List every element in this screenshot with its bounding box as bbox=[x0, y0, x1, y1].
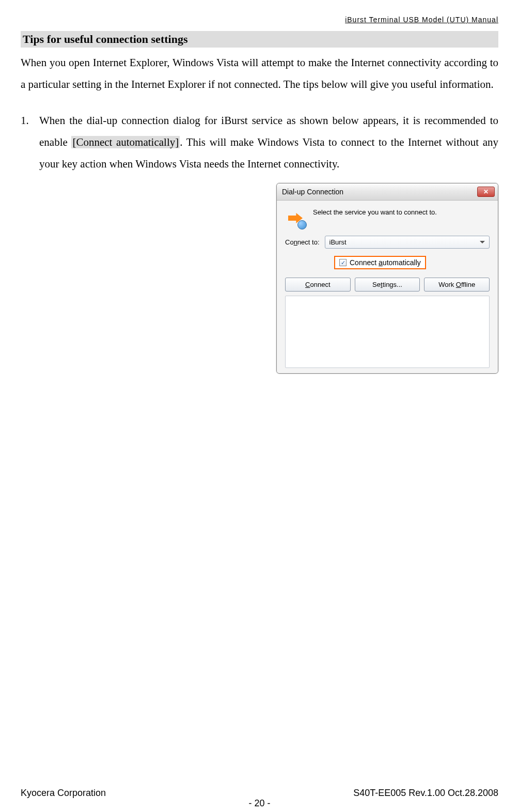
close-button[interactable]: ✕ bbox=[477, 187, 495, 197]
service-select[interactable]: iBurst bbox=[325, 236, 490, 249]
button-row: Connect Settings... Work Offline bbox=[285, 278, 490, 292]
connect-automatically-checkbox[interactable]: ✓ bbox=[339, 259, 347, 266]
dialup-dialog: Dial-up Connection ✕ Select the service … bbox=[276, 183, 498, 374]
prompt-row: Select the service you want to connect t… bbox=[285, 208, 490, 228]
section-heading: Tips for useful connection settings bbox=[21, 31, 498, 48]
arrow-globe-icon bbox=[285, 208, 306, 228]
item-number: 1. bbox=[21, 110, 39, 175]
log-area bbox=[285, 296, 490, 368]
prompt-text: Select the service you want to connect t… bbox=[313, 208, 437, 217]
intro-paragraph: When you open Internet Explorer, Windows… bbox=[21, 52, 498, 95]
connect-button[interactable]: Connect bbox=[285, 278, 351, 292]
checkbox-row: ✓ Connect automatically bbox=[285, 256, 490, 269]
title-bar: Dial-up Connection ✕ bbox=[277, 183, 498, 201]
connect-to-row: Connect to: iBurst bbox=[285, 236, 490, 249]
checkbox-label: Connect automatically bbox=[350, 258, 421, 267]
work-offline-button[interactable]: Work Offline bbox=[424, 278, 490, 292]
connect-automatically-highlight: ✓ Connect automatically bbox=[334, 256, 426, 269]
settings-button[interactable]: Settings... bbox=[355, 278, 420, 292]
close-icon: ✕ bbox=[483, 188, 489, 195]
doc-header: iBurst Terminal USB Model (UTU) Manual bbox=[21, 16, 498, 24]
dialog-title: Dial-up Connection bbox=[282, 188, 343, 196]
highlight-connect-automatically: [Connect automatically] bbox=[71, 136, 180, 148]
check-icon: ✓ bbox=[341, 259, 345, 266]
footer-left: Kyocera Corporation bbox=[21, 788, 106, 799]
globe-icon bbox=[297, 220, 307, 229]
dialog-image-wrap: Dial-up Connection ✕ Select the service … bbox=[21, 183, 498, 374]
page-number: - 20 - bbox=[0, 798, 519, 809]
numbered-item: 1. When the dial-up connection dialog fo… bbox=[21, 110, 498, 175]
item-text: When the dial-up connection dialog for i… bbox=[39, 110, 498, 175]
connect-to-label: Connect to: bbox=[285, 238, 320, 246]
chevron-down-icon bbox=[480, 241, 485, 243]
page-footer: Kyocera Corporation S40T-EE005 Rev.1.00 … bbox=[21, 788, 498, 799]
dialog-body: Select the service you want to connect t… bbox=[277, 201, 498, 373]
footer-right: S40T-EE005 Rev.1.00 Oct.28.2008 bbox=[353, 788, 498, 799]
select-value: iBurst bbox=[329, 238, 347, 246]
